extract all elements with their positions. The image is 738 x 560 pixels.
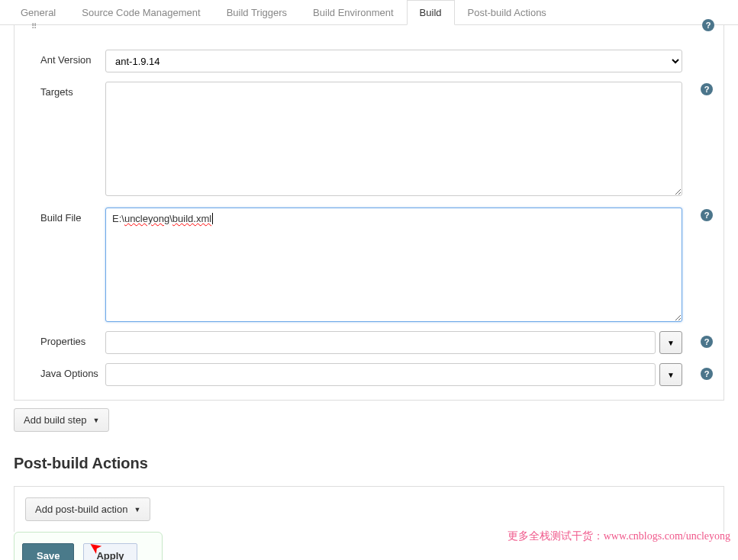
help-icon[interactable]: ?	[701, 209, 713, 221]
properties-input[interactable]	[105, 331, 656, 354]
help-icon[interactable]: ?	[701, 336, 713, 348]
tab-build[interactable]: Build	[407, 0, 455, 25]
build-file-label: Build File	[25, 208, 105, 224]
save-button[interactable]: Save	[22, 543, 74, 560]
config-tabs: General Source Code Management Build Tri…	[0, 0, 738, 25]
watermark-text: 更多全栈测试干货：www.cnblogs.com/uncleyong	[508, 529, 730, 543]
chevron-down-icon: ▼	[667, 371, 675, 379]
tab-scm[interactable]: Source Code Management	[69, 0, 213, 25]
tab-post-build[interactable]: Post-build Actions	[455, 0, 559, 25]
java-options-label: Java Options	[25, 363, 105, 379]
chevron-down-icon: ▼	[667, 339, 675, 347]
apply-button[interactable]: Apply	[83, 543, 137, 560]
java-options-expand-button[interactable]: ▼	[659, 363, 682, 386]
properties-expand-button[interactable]: ▼	[659, 331, 682, 354]
invoke-ant-panel: ⠿ ? Ant Version ant-1.9.14 Targets ? Bui…	[14, 25, 724, 401]
ant-version-select[interactable]: ant-1.9.14	[105, 50, 682, 72]
properties-label: Properties	[25, 331, 105, 347]
help-icon[interactable]: ?	[701, 83, 713, 95]
footer-buttons: Save ➤ Apply	[14, 532, 163, 560]
drag-handle-icon[interactable]: ⠿	[31, 22, 36, 31]
targets-label: Targets	[25, 82, 105, 98]
tab-environment[interactable]: Build Environment	[300, 0, 407, 25]
help-icon[interactable]: ?	[702, 19, 714, 31]
add-build-step-button[interactable]: Add build step ▼	[14, 408, 109, 432]
caret-down-icon: ▼	[134, 506, 140, 513]
add-post-build-action-button[interactable]: Add post-build action ▼	[25, 497, 150, 521]
tab-triggers[interactable]: Build Triggers	[214, 0, 300, 25]
ant-version-label: Ant Version	[25, 50, 105, 66]
content-area: ⠿ ? Ant Version ant-1.9.14 Targets ? Bui…	[0, 25, 738, 560]
targets-textarea[interactable]	[105, 82, 682, 196]
build-file-textarea[interactable]: E:\uncleyong\build.xml	[105, 208, 682, 322]
tab-general[interactable]: General	[8, 0, 69, 25]
post-build-panel: Add post-build action ▼	[14, 486, 724, 532]
java-options-input[interactable]	[105, 363, 656, 386]
post-build-heading: Post-build Actions	[14, 455, 724, 472]
caret-down-icon: ▼	[92, 417, 99, 424]
help-icon[interactable]: ?	[701, 368, 713, 380]
